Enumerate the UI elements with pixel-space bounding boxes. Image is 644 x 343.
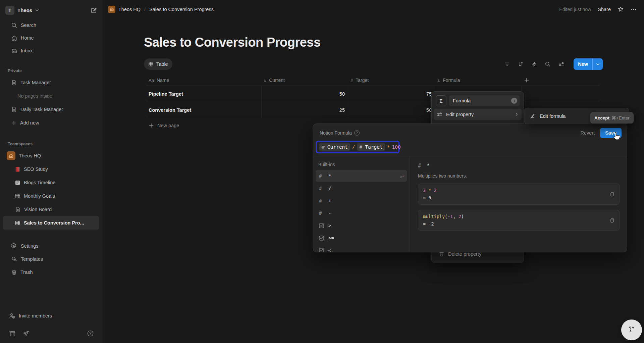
- code-paren: ): [461, 214, 464, 219]
- sidebar-item-blogs-timeline[interactable]: Blogs Timeline: [3, 176, 99, 189]
- sidebar-item-monthly-goals[interactable]: Monthly Goals: [3, 189, 99, 203]
- sidebar-item-trash[interactable]: Trash: [3, 265, 99, 279]
- menu-item-label: Edit property: [446, 112, 474, 117]
- add-column-button[interactable]: [522, 78, 536, 83]
- cell-target[interactable]: 50: [348, 102, 435, 118]
- workspace-name: Theos: [17, 7, 32, 13]
- copy-icon[interactable]: [609, 192, 614, 197]
- new-button-group: New: [574, 58, 603, 70]
- cell-target[interactable]: 75: [348, 86, 435, 102]
- builtin-label: <: [328, 248, 331, 252]
- column-header-formula[interactable]: Σ Formula: [435, 78, 522, 83]
- filter-icon[interactable]: [504, 61, 510, 67]
- code-separator: ,: [453, 214, 458, 219]
- agent-cursor-fab[interactable]: [621, 320, 642, 340]
- column-header-name[interactable]: Aa Name: [146, 78, 262, 83]
- builtin-item-divide[interactable]: # /: [316, 182, 407, 194]
- builtin-item-greater-equal[interactable]: >=: [316, 232, 407, 244]
- sidebar-item-task-manager[interactable]: Task Manager: [3, 76, 99, 89]
- sidebar-item-sales-to-conversion[interactable]: Sales to Conversion Pro...: [3, 216, 99, 230]
- search-icon[interactable]: [545, 61, 551, 67]
- column-label: Current: [269, 78, 285, 83]
- sidebar-item-seo-study[interactable]: SEO Study: [3, 162, 99, 176]
- property-token-target[interactable]: # Target: [357, 143, 385, 151]
- revert-button[interactable]: Revert: [580, 130, 595, 136]
- sort-icon[interactable]: [518, 61, 524, 67]
- menu-item-edit-property[interactable]: Edit property: [434, 109, 522, 120]
- send-icon[interactable]: [22, 330, 30, 337]
- sidebar-item-settings[interactable]: Settings: [3, 239, 99, 252]
- sidebar-item-inbox[interactable]: Inbox: [3, 44, 99, 57]
- help-circle-icon[interactable]: ?: [354, 130, 360, 136]
- checkbox-type-icon: [319, 248, 324, 253]
- breadcrumb-space[interactable]: Theos HQ: [118, 7, 141, 12]
- formula-input[interactable]: # Current / # Target * 100: [316, 141, 399, 153]
- builtin-label: +: [328, 198, 331, 203]
- builtin-description: Multiplies two numbers.: [418, 173, 620, 179]
- favorite-star-icon[interactable]: [618, 6, 624, 12]
- checkbox-type-icon: [319, 236, 324, 241]
- operator-token: /: [351, 144, 356, 150]
- share-button[interactable]: Share: [598, 7, 611, 12]
- copy-icon[interactable]: [609, 218, 614, 223]
- code-paren: (: [445, 214, 447, 219]
- workspace-switcher[interactable]: T Theos: [0, 0, 102, 16]
- edit-formula-icon: [530, 113, 535, 119]
- property-token-current[interactable]: # Current: [319, 143, 350, 151]
- table-icon: [148, 61, 154, 67]
- code-result: = -2: [423, 220, 609, 228]
- breadcrumb-page[interactable]: Sales to Conversion Progress: [149, 7, 214, 12]
- new-button[interactable]: New: [574, 58, 592, 70]
- sidebar-item-search[interactable]: Search: [3, 19, 99, 32]
- cell-current[interactable]: 25: [262, 102, 348, 118]
- builtin-item-multiply[interactable]: # * ↵: [316, 170, 407, 182]
- more-icon[interactable]: [631, 6, 637, 12]
- invite-members-button[interactable]: Invite members: [3, 309, 99, 322]
- formula-editor-header: Notion Formula ? Revert Save: [313, 124, 627, 140]
- property-name-input[interactable]: Formula i: [449, 95, 520, 106]
- new-page-compose-icon[interactable]: [91, 7, 97, 14]
- number-type-icon: #: [322, 144, 325, 150]
- formula-type-icon: Σ: [436, 95, 446, 106]
- help-icon[interactable]: [87, 330, 94, 337]
- builtin-label: >=: [328, 235, 334, 241]
- builtin-item-greater[interactable]: >: [316, 219, 407, 232]
- example-code-block: multiply(-1, 2) = -2: [418, 210, 620, 231]
- cell-name[interactable]: Pipeline Target: [146, 86, 262, 102]
- text-type-icon: Aa: [149, 78, 154, 83]
- sidebar-item-add-new[interactable]: Add new: [3, 116, 99, 130]
- builtin-label: >: [328, 223, 331, 228]
- sidebar-invite: Invite members: [0, 309, 102, 322]
- tab-table-view[interactable]: Table: [144, 58, 172, 70]
- sidebar-item-vision-board[interactable]: Vision Board: [3, 203, 99, 216]
- column-header-target[interactable]: # Target: [348, 78, 435, 83]
- sidebar-item-daily-task-manager[interactable]: Daily Task Manager: [3, 103, 99, 116]
- inbox-icon: [11, 48, 17, 54]
- builtin-item-add[interactable]: # +: [316, 195, 407, 207]
- builtin-detail-header: # *: [418, 163, 620, 169]
- view-settings-icon[interactable]: [558, 61, 565, 67]
- info-icon: i: [511, 98, 517, 104]
- code-number: -1: [447, 214, 453, 219]
- builtin-item-subtract[interactable]: # -: [316, 207, 407, 219]
- search-icon: [11, 22, 17, 29]
- column-header-current[interactable]: # Current: [262, 78, 348, 83]
- sidebar-item-home[interactable]: Home: [3, 32, 99, 44]
- table-row[interactable]: Pipeline Target 50 75: [146, 86, 600, 102]
- operator-token: *: [386, 144, 391, 150]
- builtin-item-less[interactable]: <: [316, 244, 407, 252]
- sidebar-footer-nav: Settings Templates Trash: [0, 239, 102, 279]
- automation-bolt-icon[interactable]: [532, 61, 537, 67]
- calendar-icon[interactable]: 17: [9, 330, 16, 337]
- sidebar-item-label: Search: [21, 22, 36, 28]
- page-icon: [11, 106, 17, 112]
- cell-current[interactable]: 50: [262, 86, 348, 102]
- new-page-label: New page: [157, 123, 179, 128]
- formula-editor-panel: Notion Formula ? Revert Save # Current /…: [313, 124, 627, 252]
- sidebar-item-templates[interactable]: Templates: [3, 252, 99, 265]
- menu-item-label: Edit formula: [540, 113, 566, 119]
- new-dropdown-chevron[interactable]: [593, 58, 603, 70]
- cell-name[interactable]: Conversion Target: [146, 102, 262, 118]
- number-type-icon: #: [418, 163, 421, 169]
- sidebar-item-theos-hq[interactable]: Theos HQ: [3, 149, 99, 162]
